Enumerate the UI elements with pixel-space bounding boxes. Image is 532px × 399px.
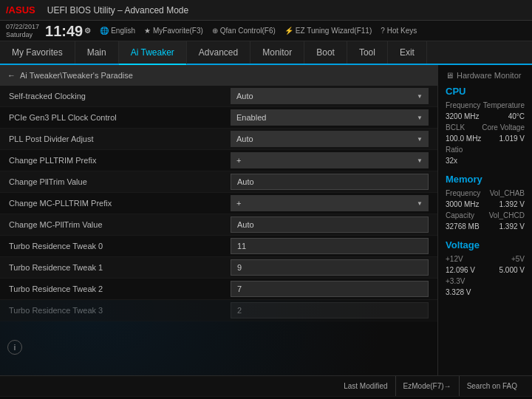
setting-value-10[interactable]: 2 [231,302,429,318]
volt-12v-val-row: 12.096 V 5.000 V [446,266,525,274]
mem-cap-val-row: 32768 MB 1.392 V [446,222,525,231]
info-myfavorites[interactable]: ★ MyFavorite(F3) [144,27,203,35]
cpu-ratio-key: Ratio [446,146,463,154]
table-row: PLL Post Divider Adjust Auto [0,129,437,150]
nav-bar: My Favorites Main Ai Tweaker Advanced Mo… [0,41,532,65]
day-display: Saturday [6,31,39,39]
setting-value-1[interactable]: Enabled [231,109,429,126]
mem-volchab-val: 1.392 V [499,200,525,208]
sidebar-memory-section: Memory Frequency Vol_CHAB 3000 MHz 1.392… [446,174,525,231]
setting-value-5[interactable]: + [231,195,429,211]
fan-icon: ⊕ [212,27,218,35]
cpu-ratio-val-row: 32x [446,157,525,165]
table-row: Self-tracked Clocking Auto [0,86,437,107]
setting-value-4[interactable]: Auto [231,174,429,190]
hotkeys-label: Hot Keys [387,27,417,35]
tab-boot[interactable]: Boot [304,41,347,64]
setting-value-9[interactable]: 7 [231,281,429,297]
footer-bar: Version 2.17.1246. Copyright (C) 2017 Am… [0,396,532,399]
sidebar-title-label: Hardware Monitor [457,71,521,80]
time-value: 11:49 [45,24,83,38]
setting-label-9: Turbo Residence Tweak 2 [9,284,231,293]
mem-cap-key: Capacity [446,211,474,219]
volt-12v-val: 12.096 V [446,266,475,274]
search-faq-button[interactable]: Search on FAQ [460,376,525,396]
volt-12v-key: +12V [446,255,463,263]
setting-value-6[interactable]: Auto [231,216,429,233]
cpu-ratio-val: 32x [446,157,457,165]
memory-section-title: Memory [446,174,525,185]
cpu-freq-val-row: 3200 MHz 40°C [446,112,525,120]
cpu-temp-val: 40°C [508,112,525,120]
setting-value-2[interactable]: Auto [231,131,429,147]
header-title: UEFI BIOS Utility – Advanced Mode [47,5,188,16]
mem-volchcd-key: Vol_CHCD [489,211,525,219]
table-row: Turbo Residence Tweak 0 11 [0,236,437,257]
table-row: Turbo Residence Tweak 2 7 [0,279,437,300]
volt-5v-val: 5.000 V [499,266,525,274]
breadcrumb: ← Ai Tweaker\Tweaker's Paradise [0,65,437,86]
info-button[interactable]: i [7,340,22,355]
gear-icon: ⚙ [84,27,91,35]
tab-main[interactable]: Main [75,41,119,64]
tab-advanced[interactable]: Advanced [187,41,250,64]
setting-value-7[interactable]: 11 [231,238,429,254]
info-eztuning[interactable]: ⚡ EZ Tuning Wizard(F11) [284,27,372,35]
help-icon: ? [381,27,385,35]
voltage-section-title: Voltage [446,239,525,250]
info-hotkeys[interactable]: ? Hot Keys [381,27,417,35]
cpu-bclk-val: 100.0 MHz [446,134,481,143]
table-row: PCIe Gen3 PLL Clock Control Enabled [0,107,437,129]
tab-exit[interactable]: Exit [388,41,427,64]
tab-my-favorites[interactable]: My Favorites [0,41,75,64]
setting-label-3: Change PLLTRIM Prefix [9,156,231,165]
tab-monitor[interactable]: Monitor [250,41,304,64]
globe-icon: 🌐 [100,27,109,35]
setting-value-8[interactable]: 9 [231,259,429,276]
cpu-freq-row: Frequency Temperature [446,101,525,109]
mem-cap-val: 32768 MB [446,222,480,231]
cpu-ratio-row: Ratio [446,146,525,154]
volt-33v-row: +3.3V [446,277,525,285]
volt-5v-key: +5V [511,255,525,263]
cpu-freq-val: 3200 MHz [446,112,480,120]
info-bar: 07/22/2017 Saturday 11:49 ⚙ 🌐 English ★ … [0,21,532,41]
sidebar-cpu-section: CPU Frequency Temperature 3200 MHz 40°C … [446,86,525,165]
cpu-corevolt-val: 1.019 V [499,134,525,143]
time-display: 11:49 ⚙ [45,24,91,38]
setting-label-0: Self-tracked Clocking [9,92,231,100]
cpu-section-title: CPU [446,86,525,97]
volt-33v-key: +3.3V [446,277,465,285]
lightning-icon: ⚡ [284,27,293,35]
breadcrumb-text: Ai Tweaker\Tweaker's Paradise [20,71,133,80]
table-row: Change MC-PllTrim Value Auto [0,214,437,236]
tab-ai-tweaker[interactable]: Ai Tweaker [119,41,187,65]
sidebar-voltage-section: Voltage +12V +5V 12.096 V 5.000 V +3.3V … [446,239,525,296]
volt-33v-val-row: 3.328 V [446,288,525,296]
tab-tool[interactable]: Tool [347,41,388,64]
myfavorite-label: MyFavorite(F3) [153,27,203,35]
cpu-corevolt-key: Core Voltage [482,123,525,132]
header-bar: /ASUS UEFI BIOS Utility – Advanced Mode [0,0,532,21]
table-row: Turbo Residence Tweak 1 9 [0,257,437,279]
sidebar-title: 🖥 Hardware Monitor [446,71,525,80]
mem-freq-row: Frequency Vol_CHAB [446,189,525,197]
breadcrumb-arrow[interactable]: ← [7,71,16,80]
info-qfan[interactable]: ⊕ Qfan Control(F6) [212,27,276,35]
mem-freq-key: Frequency [446,189,480,197]
volt-33v-val: 3.328 V [446,288,471,296]
cpu-bclk-val-row: 100.0 MHz 1.019 V [446,134,525,143]
datetime: 07/22/2017 Saturday [6,23,39,39]
setting-label-10: Turbo Residence Tweak 3 [9,306,231,315]
table-row: Change PllTrim Value Auto [0,171,437,193]
info-english[interactable]: 🌐 English [100,27,135,35]
settings-list: Self-tracked Clocking Auto PCIe Gen3 PLL… [0,86,437,321]
ezmode-button[interactable]: EzMode(F7)→ [396,376,460,396]
setting-value-3[interactable]: + [231,152,429,168]
volt-12v-row: +12V +5V [446,255,525,263]
last-modified-button[interactable]: Last Modified [336,376,395,396]
setting-value-0[interactable]: Auto [231,88,429,104]
monitor-icon: 🖥 [446,71,454,80]
table-row: Change MC-PLLTRIM Prefix + [0,193,437,214]
mem-cap-row: Capacity Vol_CHCD [446,211,525,219]
